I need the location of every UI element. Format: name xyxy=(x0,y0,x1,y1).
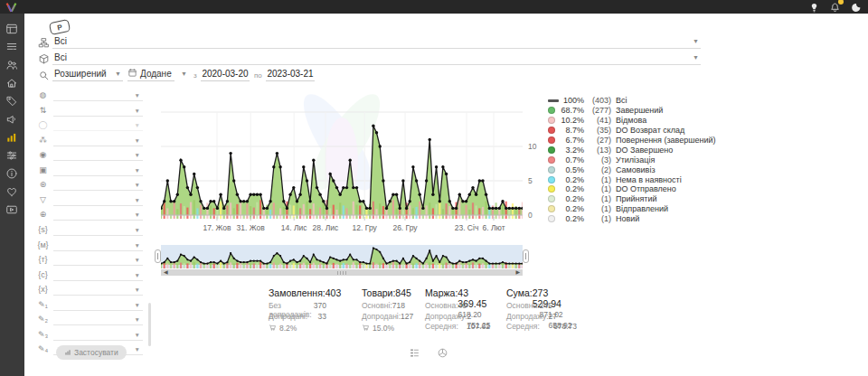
legend-item-7[interactable]: 0.7%(3)Утилізація xyxy=(548,155,716,164)
filter-row-8[interactable]: ▽▼ xyxy=(36,194,143,207)
filter-field-product[interactable]: Всі ▼ xyxy=(52,51,701,65)
brush-chart[interactable] xyxy=(161,245,523,268)
chevron-down-icon[interactable]: ▼ xyxy=(135,257,140,263)
filter-row-field[interactable] xyxy=(53,89,143,101)
legend-item-4[interactable]: 8.7%(35)DO Возврат склад xyxy=(548,126,716,136)
chevron-down-icon[interactable]: ▼ xyxy=(135,182,140,188)
app-logo-icon[interactable] xyxy=(5,1,18,17)
chevron-down-icon[interactable]: ▼ xyxy=(693,54,699,61)
rail-item-warehouse[interactable] xyxy=(5,77,19,89)
filter-row-field[interactable] xyxy=(53,209,143,221)
filter-row-field[interactable] xyxy=(53,284,143,296)
search-mode-select[interactable]: Розширений ▼ xyxy=(52,67,123,81)
chevron-down-icon[interactable]: ▼ xyxy=(135,227,140,233)
pie-view-icon[interactable] xyxy=(437,346,448,358)
filter-row-field[interactable] xyxy=(53,269,143,281)
filter-row-field[interactable] xyxy=(53,254,143,266)
brush-handle-right[interactable] xyxy=(523,249,529,263)
filter-list-scrollbar[interactable] xyxy=(148,303,151,346)
rail-item-info[interactable] xyxy=(5,167,19,179)
scrollbar-grip[interactable] xyxy=(337,271,346,275)
bell-icon[interactable] xyxy=(829,1,841,13)
legend-item-1[interactable]: 100%(403)Всі xyxy=(548,96,716,106)
filter-row-1[interactable]: ◍▼ xyxy=(36,89,143,102)
filter-row-field[interactable] xyxy=(53,119,143,131)
chevron-down-icon[interactable]: ▼ xyxy=(135,302,140,308)
filter-row-field[interactable] xyxy=(53,240,143,251)
legend-item-2[interactable]: 68.7%(277)Завершений xyxy=(548,106,716,116)
rail-item-analytics[interactable] xyxy=(5,131,19,143)
filter-row-field[interactable] xyxy=(53,329,143,341)
rail-item-clients[interactable] xyxy=(5,59,19,70)
legend-item-6[interactable]: 3.2%(13)DO Завершено xyxy=(548,145,716,155)
chevron-down-icon[interactable]: ▼ xyxy=(115,70,121,77)
filter-row-9[interactable]: ⊕▼ xyxy=(36,209,143,221)
filter-row-5[interactable]: ◉▼ xyxy=(36,149,143,162)
scroll-left-icon[interactable]: ◀ xyxy=(164,269,168,276)
filter-row-13[interactable]: {с}▼ xyxy=(36,269,143,282)
rail-item-marketing[interactable] xyxy=(5,113,19,125)
chart-scrollbar[interactable]: ◀ ▶ xyxy=(161,269,523,276)
filter-row-field[interactable] xyxy=(53,179,143,191)
chevron-down-icon[interactable]: ▼ xyxy=(135,152,140,158)
filter-row-3[interactable]: ◯▼ xyxy=(36,119,143,132)
filter-row-17[interactable]: ✎₃▼ xyxy=(36,329,143,342)
filter-row-16[interactable]: ✎₂▼ xyxy=(36,314,143,326)
filter-row-field[interactable] xyxy=(53,194,143,206)
chevron-down-icon[interactable]: ▼ xyxy=(135,332,140,338)
chevron-down-icon[interactable]: ▼ xyxy=(181,70,187,77)
chevron-down-icon[interactable]: ▼ xyxy=(693,38,699,44)
chevron-down-icon[interactable]: ▼ xyxy=(135,242,140,249)
date-field-select[interactable]: Додане xyxy=(127,67,175,81)
rail-item-dashboard[interactable] xyxy=(5,23,19,34)
chevron-down-icon[interactable]: ▼ xyxy=(135,137,140,144)
legend-item-8[interactable]: 0.5%(2)Самовивіз xyxy=(548,164,716,174)
brush-handle-left[interactable] xyxy=(155,249,161,263)
chevron-down-icon[interactable]: ▼ xyxy=(135,108,140,114)
date-from-input[interactable]: 2020-03-20 xyxy=(201,67,250,81)
chevron-down-icon[interactable]: ▼ xyxy=(135,212,140,218)
rail-item-tutorials[interactable] xyxy=(5,203,19,215)
filter-row-field[interactable] xyxy=(53,135,143,146)
chevron-down-icon[interactable]: ▼ xyxy=(135,167,140,174)
chat-bubble-icon[interactable]: P xyxy=(49,19,71,35)
filter-row-12[interactable]: {т}▼ xyxy=(36,254,143,267)
chevron-down-icon[interactable]: ▼ xyxy=(135,122,140,128)
legend-item-11[interactable]: 0.2%(1)Прийнятий xyxy=(548,194,716,204)
rail-item-orders[interactable] xyxy=(5,41,19,52)
chevron-down-icon[interactable]: ▼ xyxy=(135,346,140,352)
filter-row-14[interactable]: {х}▼ xyxy=(36,284,143,296)
filter-field-category[interactable]: Всі ▼ xyxy=(52,34,701,49)
table-view-icon[interactable] xyxy=(409,346,420,358)
chevron-down-icon[interactable]: ▼ xyxy=(135,272,140,278)
scroll-right-icon[interactable]: ▶ xyxy=(515,269,520,276)
legend-item-5[interactable]: 6.7%(27)Повернення (завершений) xyxy=(548,136,716,146)
chevron-down-icon[interactable]: ▼ xyxy=(135,287,140,293)
legend-item-3[interactable]: 10.2%(41)Відмова xyxy=(548,116,716,126)
bulb-icon[interactable] xyxy=(808,1,820,13)
chevron-down-icon[interactable]: ▼ xyxy=(135,197,140,203)
filter-row-2[interactable]: ⇅▼ xyxy=(36,105,143,118)
filter-row-15[interactable]: ✎₁▼ xyxy=(36,299,143,312)
filter-row-10[interactable]: {s}▼ xyxy=(36,224,143,237)
date-to-input[interactable]: 2023-03-21 xyxy=(266,67,315,81)
filter-row-11[interactable]: {м}▼ xyxy=(36,240,143,252)
moon-icon[interactable] xyxy=(850,1,862,13)
filter-row-field[interactable] xyxy=(53,149,143,161)
filter-row-field[interactable] xyxy=(53,164,143,176)
search-icon[interactable] xyxy=(38,69,50,80)
apply-button[interactable]: Застосувати xyxy=(56,345,127,360)
legend-item-10[interactable]: 0.2%(1)DO Отправлено xyxy=(548,184,716,194)
filter-row-field[interactable] xyxy=(53,314,143,325)
legend-item-12[interactable]: 0.2%(1)Відправлений xyxy=(548,204,716,214)
chevron-down-icon[interactable]: ▼ xyxy=(135,316,140,323)
legend-item-9[interactable]: 0.2%(1)Нема в наявності xyxy=(548,174,716,184)
chevron-down-icon[interactable]: ▼ xyxy=(135,92,140,99)
filter-row-field[interactable] xyxy=(53,224,143,236)
filter-row-field[interactable] xyxy=(53,105,143,117)
rail-item-settings[interactable] xyxy=(5,149,19,161)
rail-item-partners[interactable] xyxy=(5,185,19,197)
filter-row-7[interactable]: ⊛▼ xyxy=(36,179,143,192)
filter-row-4[interactable]: ⁂▼ xyxy=(36,135,143,147)
rail-item-sales[interactable] xyxy=(5,95,19,107)
